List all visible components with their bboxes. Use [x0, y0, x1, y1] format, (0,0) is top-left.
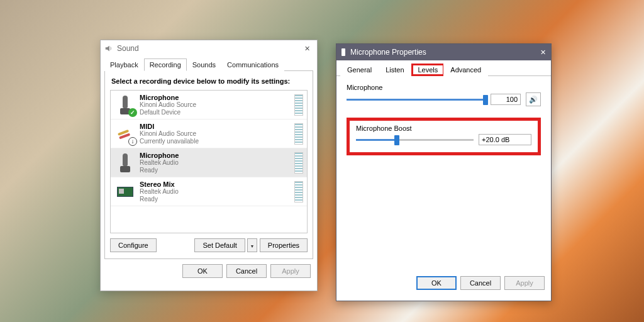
device-source: Realtek Audio — [140, 188, 291, 196]
tab-recording[interactable]: Recording — [144, 58, 187, 71]
level-meter — [294, 123, 303, 145]
tab-levels[interactable]: Levels — [411, 64, 445, 76]
level-meter — [294, 94, 303, 116]
props-title: Microphone Properties — [350, 48, 426, 57]
highlight-boost-section: Microphone Boost +20.0 dB — [347, 118, 541, 155]
microphone-boost-slider[interactable] — [356, 133, 474, 146]
sound-titlebar[interactable]: Sound — [101, 40, 317, 57]
microphone-icon — [114, 94, 136, 116]
device-source: Realtek Audio — [140, 159, 291, 167]
device-name: MIDI — [140, 123, 291, 130]
device-name: Stereo Mix — [140, 180, 291, 188]
microphone-icon — [114, 152, 136, 174]
microphone-boost-label: Microphone Boost — [356, 125, 531, 132]
device-status: Ready — [140, 167, 291, 174]
sound-title: Sound — [117, 44, 139, 53]
apply-button[interactable]: Apply — [504, 276, 545, 290]
device-stereo-mix[interactable]: Stereo Mix Realtek Audio Ready — [111, 177, 307, 206]
speaker-icon — [104, 44, 113, 53]
level-meter — [294, 152, 303, 174]
device-name: Microphone — [140, 94, 291, 101]
check-icon — [128, 108, 137, 117]
tab-playback[interactable]: Playback — [104, 58, 144, 71]
device-source: Kinoni Audio Source — [140, 101, 291, 109]
cancel-button[interactable]: Cancel — [226, 264, 267, 278]
levels-panel: Microphone 100 Microphone Boost +20.0 dB — [336, 76, 551, 271]
props-titlebar[interactable]: Microphone Properties — [336, 44, 551, 60]
tab-general[interactable]: General — [340, 64, 379, 76]
microphone-level-value[interactable]: 100 — [491, 94, 521, 105]
device-microphone-realtek[interactable]: Microphone Realtek Audio Ready — [111, 148, 307, 177]
download-icon — [128, 137, 137, 146]
midi-cable-icon — [114, 123, 136, 145]
device-status: Currently unavailable — [140, 138, 291, 145]
close-icon[interactable] — [540, 48, 546, 57]
cancel-button[interactable]: Cancel — [460, 276, 501, 290]
device-microphone-kinoni[interactable]: Microphone Kinoni Audio Source Default D… — [111, 91, 307, 119]
sound-tabs: Playback Recording Sounds Communications — [101, 58, 317, 70]
speaker-icon — [529, 96, 538, 104]
tab-communications[interactable]: Communications — [221, 58, 284, 71]
instruction-text: Select a recording device below to modif… — [111, 77, 308, 85]
device-midi[interactable]: MIDI Kinoni Audio Source Currently unava… — [111, 119, 307, 148]
set-default-button[interactable]: Set Default — [194, 238, 245, 252]
device-name: Microphone — [140, 152, 291, 159]
microphone-level-label: Microphone — [347, 84, 541, 91]
props-tabs: General Listen Levels Advanced — [336, 63, 551, 76]
properties-button[interactable]: Properties — [260, 238, 308, 252]
microphone-icon — [341, 48, 345, 56]
tab-advanced[interactable]: Advanced — [443, 64, 488, 76]
ok-button[interactable]: OK — [416, 276, 457, 290]
device-status: Ready — [140, 196, 291, 203]
tab-listen[interactable]: Listen — [379, 64, 411, 76]
ok-button[interactable]: OK — [182, 264, 223, 278]
microphone-level-slider[interactable] — [347, 93, 486, 106]
device-source: Kinoni Audio Source — [140, 130, 291, 138]
set-default-dropdown-button[interactable] — [247, 238, 257, 252]
level-meter — [294, 181, 303, 203]
device-status: Default Device — [140, 109, 291, 116]
mute-button[interactable] — [526, 92, 541, 106]
apply-button[interactable]: Apply — [270, 264, 311, 278]
tab-sounds[interactable]: Sounds — [187, 58, 221, 71]
sound-window: Sound Playback Recording Sounds Communic… — [100, 40, 318, 291]
configure-button[interactable]: Configure — [110, 238, 157, 252]
microphone-boost-value[interactable]: +20.0 dB — [479, 134, 531, 145]
mic-properties-window: Microphone Properties General Listen Lev… — [336, 43, 552, 301]
recording-panel: Select a recording device below to modif… — [104, 70, 313, 259]
close-icon[interactable] — [301, 42, 313, 55]
device-list: Microphone Kinoni Audio Source Default D… — [110, 90, 308, 233]
soundcard-icon — [114, 181, 136, 203]
